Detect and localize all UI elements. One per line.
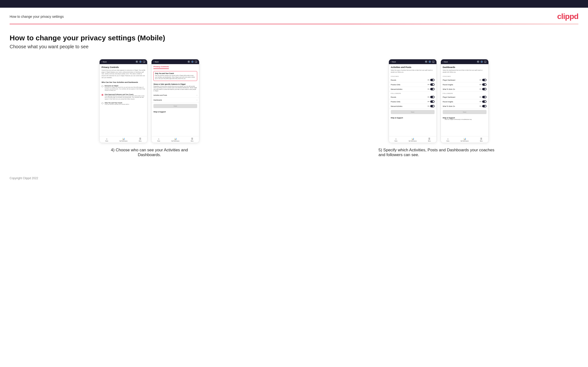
screen2-back[interactable]: < Back: [153, 61, 159, 63]
toggle-switch-ri2[interactable]: [482, 100, 486, 103]
screen4-whattowork2-toggle[interactable]: ON: [480, 105, 486, 107]
radio1[interactable]: [102, 85, 104, 87]
search-icon-4[interactable]: 🔍: [477, 60, 479, 63]
screen3-practice2-toggle[interactable]: ON: [428, 100, 435, 103]
screen3-rounds1-toggle[interactable]: ON: [428, 79, 435, 81]
logo: clippd: [557, 12, 578, 21]
screen1-option3[interactable]: Only You and Your Coach Only you and the…: [100, 101, 147, 106]
search-icon-2[interactable]: 🔍: [188, 60, 190, 63]
screen4-playerdash2-row: Player Dashboard ON: [441, 95, 488, 100]
screen3-bottom-nav: ⌂ Home 📊 My Performance ☰ Menu: [389, 136, 436, 143]
col-left: < Back 🔍 👤 ⚙ Privacy Controls Control ho…: [10, 59, 294, 157]
screen1-option2[interactable]: Only Approved Followers and Your Coach O…: [100, 92, 147, 101]
screen2-topbar: < Back 🔍 👤 ⚙: [152, 59, 199, 64]
two-columns: < Back 🔍 👤 ⚙ Privacy Controls Control ho…: [10, 59, 578, 157]
header-divider: [10, 24, 578, 24]
screen3-rounds2-row: Rounds ON: [389, 95, 436, 100]
screen3-icons: 🔍 👤 ⚙: [425, 60, 435, 63]
radio2[interactable]: [102, 94, 104, 96]
screen4-content: Dashboards Select the dashboards that yo…: [441, 64, 488, 136]
screen3-manual2-toggle[interactable]: ON: [428, 105, 435, 107]
chevron-icon-1: ›: [197, 94, 198, 96]
screen1-topbar: < Back 🔍 👤 ⚙: [100, 59, 147, 64]
settings-icon[interactable]: ⚙: [143, 60, 145, 63]
screen2-save[interactable]: Save: [153, 104, 197, 108]
nav-home-3[interactable]: ⌂ Home: [394, 138, 397, 142]
col-right: < Back 🔍 👤 ⚙ Activities and Posts Select…: [294, 59, 579, 157]
screen3-section-title: Activities and Posts: [389, 64, 436, 69]
nav-home-1[interactable]: ⌂ Home: [105, 138, 108, 142]
phone-pair-left: < Back 🔍 👤 ⚙ Privacy Controls Control ho…: [99, 59, 199, 143]
screen2-icons: 🔍 👤 ⚙: [188, 60, 197, 63]
nav-performance-2[interactable]: 📊 My Performance: [172, 138, 179, 142]
screen4-whattowork1-toggle[interactable]: ON: [480, 88, 486, 90]
person-icon-3[interactable]: 👤: [429, 60, 431, 63]
settings-icon-2[interactable]: ⚙: [195, 60, 197, 63]
screen3-desc: Select the types of activity that you'd …: [389, 69, 436, 75]
screen2-tab-label[interactable]: Privacy Controls: [153, 66, 169, 69]
nav-home-2[interactable]: ⌂ Home: [157, 138, 160, 142]
home-icon: ⌂: [106, 138, 107, 140]
screen2-activities-link[interactable]: Activities and Posts ›: [152, 93, 199, 98]
screen4-back[interactable]: < Back: [443, 61, 448, 63]
screen1-section-title: Privacy Controls: [100, 64, 147, 69]
toggle-switch-pd2[interactable]: [482, 96, 486, 98]
screen1-icons: 🔍 👤 ⚙: [136, 60, 145, 63]
screen3-rounds2-toggle[interactable]: ON: [428, 96, 435, 98]
toggle-switch-p2[interactable]: [430, 100, 435, 103]
person-icon-4[interactable]: 👤: [481, 60, 483, 63]
screen1-back[interactable]: < Back: [102, 61, 107, 63]
screen1-option1[interactable]: Everyone on Clippd Everyone on Clippd ca…: [100, 84, 147, 92]
show-hide-desc: Regardless of the privacy controls that …: [152, 85, 199, 93]
nav-performance-1[interactable]: 📊 My Performance: [120, 138, 128, 142]
screen4-whattowork1-row: What To Work On ON: [441, 87, 488, 92]
screen4-topbar: < Back 🔍 👤 ⚙: [441, 59, 488, 64]
toggle-switch-ww1[interactable]: [482, 88, 486, 90]
screen3-manual1-row: Manual Activities ON: [389, 87, 436, 92]
nav-performance-3[interactable]: 📊 My Performance: [409, 138, 417, 142]
nav-menu-4[interactable]: ☰ Menu: [480, 138, 483, 142]
toggle-switch-m1[interactable]: [430, 88, 435, 90]
nav-menu-1[interactable]: ☰ Menu: [139, 138, 141, 142]
toggle-switch-ri1[interactable]: [482, 83, 486, 86]
screen3-manual1-toggle[interactable]: ON: [428, 88, 435, 90]
nav-performance-4[interactable]: 📊 My Performance: [461, 138, 469, 142]
screen4-playerdash1-toggle[interactable]: ON: [480, 79, 486, 81]
screen1-bottom-nav: ⌂ Home 📊 My Performance ☰ Menu: [100, 136, 147, 143]
chart-icon-4: 📊: [463, 138, 466, 140]
radio3[interactable]: [102, 102, 104, 104]
toggle-switch-r1[interactable]: [430, 79, 435, 81]
only-you-box: Only You and Your Coach Only you and the…: [153, 71, 197, 81]
toggle-switch-p1[interactable]: [430, 83, 435, 86]
screen4-roundinsights2-toggle[interactable]: ON: [480, 100, 486, 103]
screen4-save[interactable]: Save: [443, 110, 486, 114]
nav-home-4[interactable]: ⌂ Home: [446, 138, 449, 142]
copyright-text: Copyright Clippd 2022: [10, 176, 38, 180]
settings-icon-4[interactable]: ⚙: [484, 60, 486, 63]
footer: Copyright Clippd 2022: [0, 172, 588, 185]
toggle-switch-pd1[interactable]: [482, 79, 486, 81]
search-icon-3[interactable]: 🔍: [425, 60, 427, 63]
screen4-playerdash2-toggle[interactable]: ON: [480, 96, 486, 98]
screen3-practice1-toggle[interactable]: ON: [428, 83, 435, 86]
top-bar: [0, 0, 588, 8]
screen3-followers-label: FOLLOWERS: [389, 92, 436, 95]
toggle-switch-ww2[interactable]: [482, 105, 486, 107]
person-icon-2[interactable]: 👤: [191, 60, 194, 63]
screen3-coaches-label: COACHES: [389, 75, 436, 78]
search-icon[interactable]: 🔍: [136, 60, 138, 63]
toggle-switch-r2[interactable]: [430, 96, 435, 98]
toggle-switch-m2[interactable]: [430, 105, 435, 107]
screen3-back[interactable]: < Back: [391, 61, 396, 63]
person-icon[interactable]: 👤: [139, 60, 142, 63]
screen2-dashboards-link[interactable]: Dashboards ›: [152, 98, 199, 103]
caption5-text: 5) Specify which Activities, Posts and D…: [379, 148, 499, 157]
caption4: 4) Choose who can see your Activities an…: [101, 148, 198, 157]
screen4-section-title: Dashboards: [441, 64, 488, 69]
screen3-save[interactable]: Save: [391, 110, 435, 114]
nav-menu-3[interactable]: ☰ Menu: [428, 138, 431, 142]
nav-menu-2[interactable]: ☰ Menu: [191, 138, 193, 142]
screen4-roundinsights1-toggle[interactable]: ON: [480, 83, 486, 86]
settings-icon-3[interactable]: ⚙: [432, 60, 435, 63]
screen4-playerdash1-row: Player Dashboard ON: [441, 78, 488, 82]
